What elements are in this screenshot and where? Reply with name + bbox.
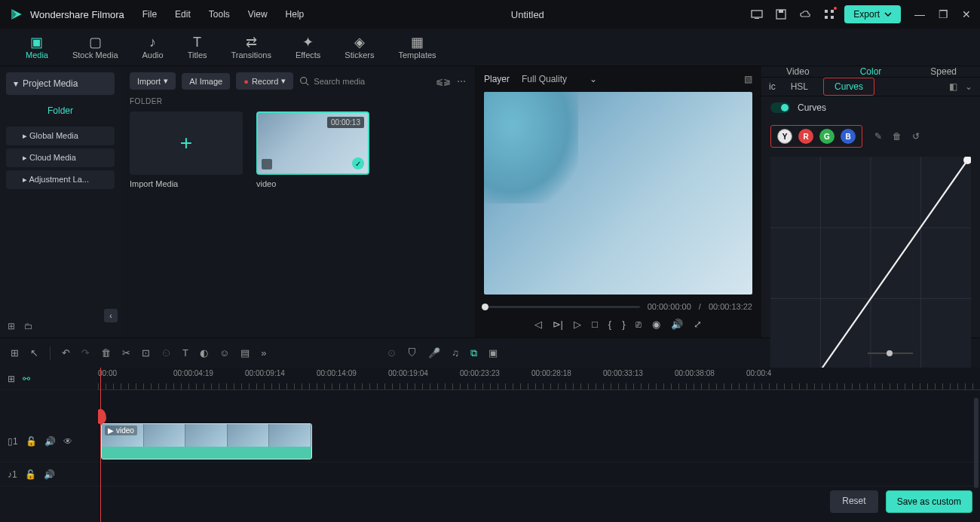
more-icon[interactable]: ⋯ [457, 76, 466, 87]
search-input[interactable]: Search media [299, 76, 430, 86]
tab-effects[interactable]: ✦Effects [285, 32, 331, 63]
sidebar-collapse-button[interactable]: ‹ [104, 309, 118, 322]
sidebar-folder[interactable]: Folder [6, 99, 115, 122]
timeline-ruler[interactable]: 00:0000:00:04:1900:00:09:1400:00:14:0900… [98, 368, 980, 390]
ai-image-button[interactable]: AI Image [182, 73, 230, 90]
sidebar-cloud-media[interactable]: ▸ Cloud Media [6, 148, 115, 167]
tab-titles[interactable]: TTitles [177, 32, 218, 63]
compare-icon[interactable]: ◧ [949, 81, 957, 92]
quality-dropdown[interactable]: Full Quality⌄ [522, 74, 597, 84]
reset-button[interactable]: Reset [830, 490, 877, 513]
tab-stickers[interactable]: ◈Stickers [334, 32, 384, 63]
add-track-icon[interactable]: ⊞ [8, 374, 15, 384]
undo-icon[interactable]: ↶ [62, 347, 70, 359]
mute-icon[interactable]: 🔊 [44, 436, 56, 447]
minimize-button[interactable]: — [914, 8, 925, 20]
mixer-icon[interactable]: ♫ [452, 347, 459, 359]
menu-view[interactable]: View [248, 9, 268, 20]
timeline-clip[interactable]: ▶video [101, 423, 312, 459]
link-icon[interactable]: ⚯ [23, 374, 30, 384]
tab-transitions[interactable]: ⇄Transitions [221, 32, 282, 63]
play-button[interactable]: ▷ [574, 319, 581, 330]
export-button[interactable]: Export [844, 5, 901, 23]
save-as-custom-button[interactable]: Save as custom [886, 490, 972, 513]
audio-track-lane[interactable] [98, 462, 980, 487]
zoom-slider[interactable] [868, 353, 913, 354]
snapshot-icon[interactable]: ▧ [744, 74, 752, 84]
preview-viewport[interactable] [484, 92, 752, 295]
crop-icon[interactable]: ⊡ [142, 347, 150, 359]
cloud-icon[interactable] [799, 8, 811, 20]
fullscreen-icon[interactable]: ⤢ [694, 319, 702, 330]
keyframe-icon[interactable]: ▤ [240, 347, 250, 359]
trash-icon[interactable]: 🗑 [893, 131, 902, 142]
menu-help[interactable]: Help [286, 9, 305, 20]
channel-red-button[interactable]: R [798, 129, 813, 144]
tab-templates[interactable]: ▦Templates [387, 32, 446, 63]
menu-edit[interactable]: Edit [175, 9, 191, 20]
mic-icon[interactable]: 🎤 [428, 347, 440, 359]
visibility-icon[interactable]: 👁 [63, 436, 72, 447]
color-icon[interactable]: ◐ [200, 347, 208, 359]
channel-blue-button[interactable]: B [841, 129, 856, 144]
delete-icon[interactable]: 🗑 [101, 347, 111, 359]
grid-view-icon[interactable]: ⊞ [11, 347, 19, 359]
eyedropper-icon[interactable]: ✎ [874, 131, 882, 142]
import-media-card[interactable]: + Import Media [130, 111, 243, 188]
new-folder-icon[interactable]: ⊞ [8, 321, 15, 331]
sidebar-adjustment-layer[interactable]: ▸ Adjustment La... [6, 170, 115, 189]
menu-tools[interactable]: Tools [209, 9, 230, 20]
subtab-curves[interactable]: Curves [823, 78, 874, 96]
import-button[interactable]: Import ▾ [130, 72, 176, 90]
mute-icon[interactable]: 🔊 [44, 469, 55, 480]
channel-green-button[interactable]: G [819, 129, 835, 144]
apps-icon[interactable] [823, 8, 835, 20]
subtab-hsl[interactable]: HSL [791, 81, 808, 92]
channel-luma-button[interactable]: Y [777, 129, 792, 144]
marker-icon[interactable]: ⊙ [387, 347, 396, 359]
save-icon[interactable] [775, 8, 787, 20]
render-icon[interactable]: ▣ [488, 347, 498, 359]
menu-file[interactable]: File [142, 9, 157, 20]
magnet-icon[interactable]: ⧉ [470, 347, 477, 359]
tab-audio[interactable]: ♪Audio [132, 32, 174, 63]
redo-icon[interactable]: ↷ [81, 347, 90, 359]
mask-icon[interactable]: ☺ [219, 347, 229, 359]
tab-color[interactable]: Color [835, 66, 908, 77]
sidebar-project-media[interactable]: ▾Project Media [6, 72, 115, 95]
cut-icon[interactable]: ✂ [122, 347, 130, 359]
lock-icon[interactable]: 🔓 [26, 436, 37, 447]
tab-media[interactable]: ▣Media [15, 32, 59, 63]
stop-button[interactable]: □ [592, 319, 598, 330]
sidebar-global-media[interactable]: ▸ Global Media [6, 127, 115, 145]
maximize-button[interactable]: ❐ [939, 8, 948, 20]
text-icon[interactable]: T [182, 347, 188, 359]
tab-speed[interactable]: Speed [907, 66, 980, 77]
playhead[interactable] [100, 368, 101, 522]
tab-video[interactable]: Video [761, 66, 835, 77]
video-track-lane[interactable]: ▶video [98, 420, 980, 462]
step-back-button[interactable]: ⊳| [553, 319, 563, 330]
subtab-ic[interactable]: ic [769, 81, 776, 92]
speed-icon[interactable]: ⏲ [161, 347, 171, 359]
mark-out-button[interactable]: } [622, 319, 625, 330]
device-icon[interactable] [751, 8, 763, 20]
media-clip-card[interactable]: 00:00:13 ✓ video [256, 111, 369, 188]
chevron-down-icon[interactable]: ⌄ [965, 81, 972, 92]
timeline-scrollbar[interactable] [974, 398, 978, 488]
record-button[interactable]: ● Record ▾ [236, 72, 293, 90]
display-icon[interactable]: ⎚ [635, 319, 642, 330]
close-button[interactable]: ✕ [962, 8, 971, 20]
prev-frame-button[interactable]: ◁ [534, 319, 542, 330]
tab-stock-media[interactable]: ▢Stock Media [62, 32, 129, 63]
mark-in-button[interactable]: { [608, 319, 611, 330]
curves-toggle[interactable] [770, 102, 790, 113]
folder-icon[interactable]: 🗀 [24, 321, 33, 331]
more-tools-icon[interactable]: » [261, 347, 266, 359]
shield-icon[interactable]: ⛉ [407, 347, 417, 359]
lock-icon[interactable]: 🔓 [25, 469, 36, 480]
volume-icon[interactable]: 🔊 [671, 319, 683, 330]
camera-icon[interactable]: ◉ [652, 319, 660, 330]
filter-icon[interactable]: ⫹⫺ [436, 76, 451, 87]
pointer-icon[interactable]: ↖ [30, 347, 38, 359]
